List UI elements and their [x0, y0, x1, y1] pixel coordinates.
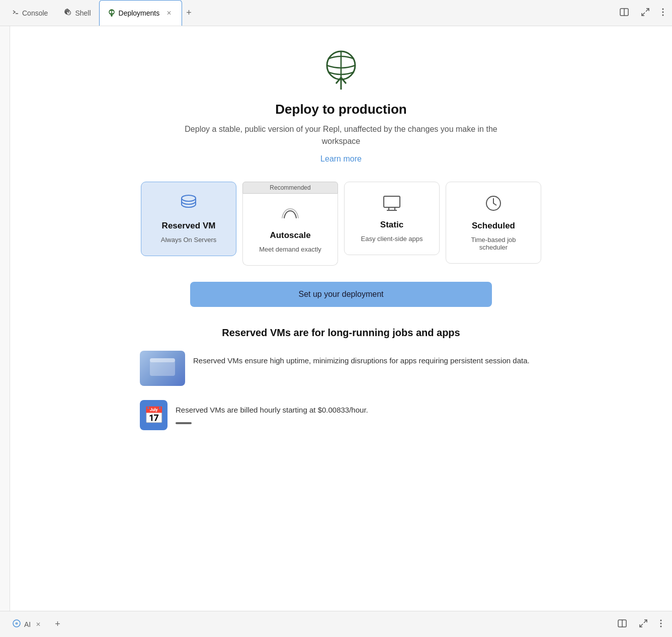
console-icon [12, 9, 19, 17]
svg-line-11 [642, 13, 645, 16]
info-section: Reserved VMs are for long-running jobs a… [140, 327, 542, 444]
info-image-0 [140, 351, 185, 386]
hero-title: Deploy to production [275, 102, 406, 117]
info-title: Reserved VMs are for long-running jobs a… [140, 327, 542, 339]
svg-line-3 [69, 13, 70, 14]
ai-icon [12, 619, 21, 629]
card-autoscale-subtitle: Meet demand exactly [259, 246, 321, 253]
reserved-vm-icon [179, 194, 199, 216]
expand-button[interactable] [637, 5, 654, 22]
deploy-icon [108, 9, 116, 18]
card-static-subtitle: Easy client-side apps [361, 235, 423, 243]
card-reserved-vm-subtitle: Always On Servers [161, 236, 217, 244]
shell-icon [64, 8, 72, 18]
tab-deployments-close[interactable]: ✕ [164, 9, 174, 18]
info-image-1: 📅 [140, 400, 167, 430]
bottom-bar: AI ✕ + [0, 611, 672, 637]
ai-label: AI [24, 620, 31, 628]
bottom-add-tab-button[interactable]: + [51, 617, 64, 631]
tab-bar-actions [616, 5, 668, 22]
card-static-title: Static [380, 220, 403, 230]
main-layout: Deploy to production Deploy a stable, pu… [0, 26, 672, 611]
content-area: Deploy to production Deploy a stable, pu… [10, 26, 672, 611]
svg-rect-25 [150, 358, 175, 362]
add-tab-button[interactable]: + [182, 6, 196, 20]
svg-point-33 [660, 625, 662, 627]
tab-shell[interactable]: Shell [56, 0, 99, 26]
bottom-more-button[interactable] [656, 616, 666, 633]
tab-deployments-label: Deployments [119, 9, 160, 17]
tab-console[interactable]: Console [4, 0, 56, 26]
tab-console-label: Console [22, 9, 48, 17]
split-view-button[interactable] [616, 5, 633, 22]
card-autoscale[interactable]: Autoscale Meet demand exactly [242, 194, 338, 266]
autoscale-icon [280, 206, 300, 225]
ai-tab[interactable]: AI ✕ [6, 616, 49, 632]
info-text-1: Reserved VMs are billed hourly starting … [176, 400, 368, 416]
scroll-indicator [176, 422, 192, 424]
recommended-badge: Recommended [242, 182, 338, 194]
svg-line-30 [640, 624, 643, 627]
learn-more-link[interactable]: Learn more [320, 154, 362, 164]
hero-section: Deploy to production Deploy a stable, pu… [165, 46, 517, 164]
hero-subtitle: Deploy a stable, public version of your … [165, 123, 517, 147]
card-autoscale-title: Autoscale [270, 230, 310, 241]
card-scheduled[interactable]: Scheduled Time-based job scheduler [446, 182, 541, 264]
info-item-0: Reserved VMs ensure high uptime, minimiz… [140, 351, 542, 386]
svg-line-10 [646, 9, 649, 12]
svg-point-13 [662, 11, 664, 13]
svg-point-31 [660, 619, 662, 621]
static-icon [382, 194, 402, 215]
bottom-expand-button[interactable] [635, 616, 652, 633]
bottom-split-button[interactable] [614, 616, 631, 633]
card-reserved-vm[interactable]: Reserved VM Always On Servers [141, 182, 236, 256]
card-reserved-vm-title: Reserved VM [162, 221, 216, 231]
card-static[interactable]: Static Easy client-side apps [344, 182, 440, 255]
svg-rect-19 [384, 196, 400, 207]
tab-bar: Console Shell Deployments ✕ [0, 0, 672, 26]
card-scheduled-subtitle: Time-based job scheduler [456, 236, 531, 251]
left-sidebar [0, 26, 10, 611]
deployment-cards: Reserved VM Always On Servers Recommende… [115, 182, 567, 266]
svg-point-18 [182, 195, 196, 201]
tab-shell-label: Shell [75, 9, 91, 17]
tab-deployments[interactable]: Deployments ✕ [99, 0, 183, 26]
svg-line-29 [644, 620, 647, 623]
hero-deploy-icon [321, 46, 361, 94]
card-scheduled-title: Scheduled [472, 221, 515, 231]
scheduled-icon [484, 194, 502, 216]
svg-point-14 [662, 14, 664, 16]
ai-close-button[interactable]: ✕ [34, 620, 43, 629]
card-autoscale-wrapper: Recommended Autoscale Meet demand exactl… [242, 182, 338, 266]
more-options-button[interactable] [658, 5, 668, 21]
bottom-bar-right [614, 616, 666, 633]
info-item-1: 📅 Reserved VMs are billed hourly startin… [140, 400, 542, 430]
info-text-0: Reserved VMs ensure high uptime, minimiz… [193, 351, 530, 367]
svg-point-32 [660, 622, 662, 624]
setup-deployment-button[interactable]: Set up your deployment [190, 282, 492, 307]
svg-point-12 [662, 8, 664, 10]
